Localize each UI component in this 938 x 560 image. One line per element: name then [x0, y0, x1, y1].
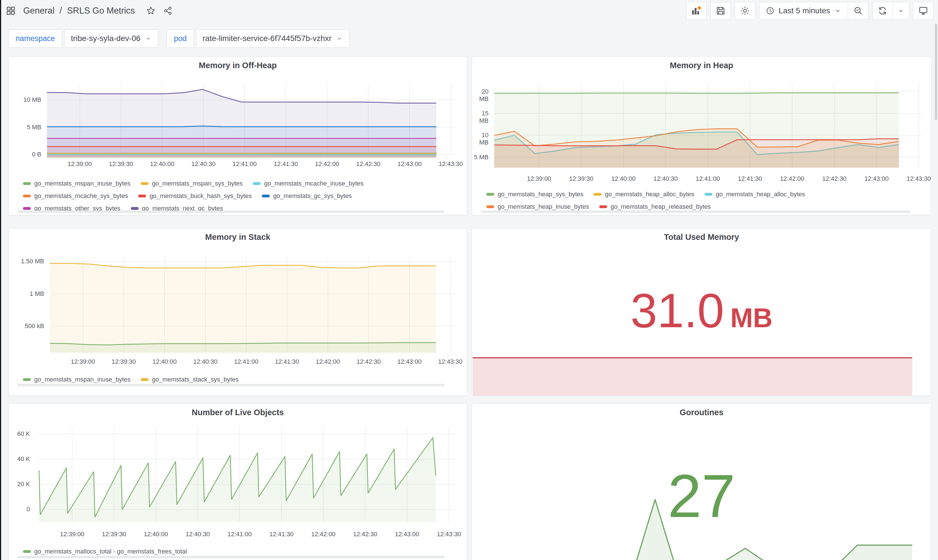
- legend-item[interactable]: go_memstats_mcache_inuse_bytes: [253, 180, 363, 187]
- add-panel-button[interactable]: [686, 2, 707, 20]
- panel-title[interactable]: Goroutines: [472, 408, 931, 417]
- legend-label: go_memstats_mspan_inuse_bytes: [34, 180, 131, 187]
- stat-value-unit: MB: [730, 304, 773, 331]
- chart-plot-area[interactable]: [50, 256, 456, 353]
- stat-value-number: 31.0: [630, 286, 724, 335]
- clock-icon: [766, 6, 775, 15]
- x-axis-tick-label: 12:42:30: [346, 160, 391, 168]
- x-axis-tick-label: 12:42:00: [301, 531, 346, 538]
- legend-item[interactable]: go_memstats_heap_inuse_bytes: [486, 203, 589, 211]
- legend-swatch: [594, 193, 602, 196]
- dashboard-settings-button[interactable]: [735, 2, 755, 20]
- y-axis-tick-label: 1 MB: [9, 290, 44, 297]
- panel-title[interactable]: Memory in Stack: [9, 232, 467, 242]
- side-menu-edge: [0, 0, 1, 560]
- legend-item[interactable]: go_memstats_heap_sys_bytes: [486, 191, 583, 198]
- variable-label: pod: [167, 29, 194, 48]
- chart-plot-area[interactable]: [47, 83, 456, 157]
- legend-swatch: [262, 195, 270, 197]
- legend-item[interactable]: go_memstats_mspan_inuse_bytes: [23, 180, 131, 187]
- grafana-dashboard: General / SRLS Go Metrics: [0, 0, 938, 560]
- breadcrumb-folder[interactable]: General: [23, 6, 54, 16]
- x-axis-tick-label: 12:40:00: [133, 531, 179, 538]
- legend-label: go_memstats_mspan_inuse_bytes: [34, 376, 131, 383]
- legend-label: go_memstats_heap_released_bytes: [611, 203, 711, 211]
- chart-plot-area[interactable]: [35, 426, 456, 522]
- legend-item[interactable]: go_memstats_mspan_inuse_bytes: [23, 376, 131, 383]
- page-scrollbar[interactable]: [935, 24, 937, 120]
- time-controls: Last 5 minutes: [759, 2, 869, 20]
- x-axis-tick-label: 12:41:30: [727, 175, 773, 182]
- save-dashboard-button[interactable]: [710, 2, 731, 20]
- refresh-interval-button[interactable]: [893, 2, 909, 20]
- variable-namespace: namespacetribe-sy-syla-dev-06: [8, 29, 158, 48]
- chart-legend: go_memstats_mspan_inuse_bytesgo_memstats…: [23, 177, 363, 215]
- legend-scrollbar[interactable]: [17, 211, 445, 213]
- x-axis-tick-label: 12:39:30: [101, 358, 147, 365]
- breadcrumb-dashboard-title[interactable]: SRLS Go Metrics: [67, 6, 135, 16]
- x-axis-tick-label: 12:40:30: [175, 531, 221, 538]
- legend-swatch: [486, 205, 494, 208]
- y-axis-tick-label: 5 MB: [9, 124, 41, 131]
- y-axis-tick-label: 1.50 MB: [9, 258, 44, 265]
- legend-item[interactable]: go_memstats_mcache_sys_bytes: [23, 192, 128, 200]
- y-axis-tick-label: 10 MB: [9, 96, 41, 103]
- y-axis-tick-label: 60 K: [9, 430, 30, 437]
- x-axis-tick-label: 12:43:00: [387, 160, 432, 168]
- variable-value-dropdown[interactable]: tribe-sy-syla-dev-06: [65, 29, 159, 48]
- panel-memory-in-heap: Memory in Heap20 MB15 MB10 MB5 MB12:39:0…: [472, 57, 931, 215]
- breadcrumb: General / SRLS Go Metrics: [6, 6, 173, 16]
- y-axis-tick-label: 40 K: [9, 455, 30, 463]
- legend-item[interactable]: go_memstats_mspan_sys_bytes: [141, 180, 242, 187]
- legend-label: go_memstats_gc_sys_bytes: [273, 192, 352, 200]
- legend-swatch: [141, 378, 149, 381]
- legend-item[interactable]: go_memstats_gc_sys_bytes: [262, 192, 352, 200]
- variables-row: namespacetribe-sy-syla-dev-06podrate-lim…: [8, 29, 349, 48]
- chart-plot-area[interactable]: [494, 82, 922, 168]
- legend-swatch: [23, 182, 31, 185]
- legend-item[interactable]: go_memstats_buck_hash_sys_bytes: [138, 192, 251, 200]
- x-axis-tick-label: 12:40:30: [643, 175, 688, 182]
- refresh-icon: [878, 6, 888, 16]
- legend-swatch: [599, 205, 607, 208]
- legend-swatch: [23, 550, 31, 553]
- share-icon[interactable]: [163, 6, 173, 15]
- x-axis-tick-label: 12:43:30: [896, 175, 931, 182]
- x-axis-tick-label: 12:40:00: [601, 175, 646, 182]
- panel-title[interactable]: Total Used Memory: [472, 232, 931, 242]
- panel-title[interactable]: Memory in Heap: [472, 61, 931, 70]
- panel-title[interactable]: Memory in Off-Heap: [9, 61, 467, 70]
- cycle-view-mode-button[interactable]: [913, 2, 933, 20]
- legend-label: go_memstats_heap_inuse_bytes: [498, 203, 589, 211]
- x-axis-tick-label: 12:42:00: [305, 160, 350, 168]
- legend-item[interactable]: go_memstats_heap_released_bytes: [599, 203, 711, 211]
- panel-title[interactable]: Number of Live Objects: [9, 408, 467, 417]
- y-axis-tick-label: 0: [9, 506, 30, 513]
- y-axis-tick-label: 0 B: [9, 151, 41, 158]
- legend-item[interactable]: go_memstats_heap_alloc_bytes: [594, 191, 694, 198]
- time-range-picker[interactable]: Last 5 minutes: [759, 2, 848, 20]
- legend-label: go_memstats_heap_alloc_bytes: [716, 191, 805, 198]
- x-axis-tick-label: 12:42:00: [770, 175, 815, 182]
- panel-memory-in-off-heap: Memory in Off-Heap10 MB5 MB0 B12:39:0012…: [8, 57, 467, 215]
- legend-item[interactable]: go_memstats_heap_alloc_bytes: [705, 191, 805, 198]
- dashboards-grid-icon[interactable]: [6, 6, 16, 16]
- monitor-icon: [918, 5, 929, 16]
- x-axis-tick-label: 12:43:30: [428, 358, 467, 365]
- refresh-button[interactable]: [872, 2, 893, 20]
- legend-scrollbar[interactable]: [17, 384, 445, 386]
- legend-scrollbar[interactable]: [17, 556, 445, 558]
- plus-icon: [698, 6, 701, 9]
- panel-total-used-memory: Total Used Memory31.0MB: [472, 228, 931, 396]
- floppy-icon: [715, 5, 726, 16]
- variable-label: namespace: [8, 29, 62, 48]
- variable-value-dropdown[interactable]: rate-limiter-service-6f7445f57b-vzhxr: [196, 29, 350, 48]
- legend-scrollbar[interactable]: [481, 211, 910, 213]
- star-icon[interactable]: [146, 6, 156, 15]
- legend-swatch: [131, 207, 139, 210]
- x-axis-tick-label: 12:40:00: [142, 358, 187, 365]
- legend-item[interactable]: go_memstats_mallocs_total - go_memstats_…: [23, 548, 187, 555]
- x-axis-tick-label: 12:39:00: [57, 160, 102, 168]
- legend-item[interactable]: go_memstats_stack_sys_bytes: [141, 376, 239, 383]
- zoom-out-button[interactable]: [848, 2, 869, 20]
